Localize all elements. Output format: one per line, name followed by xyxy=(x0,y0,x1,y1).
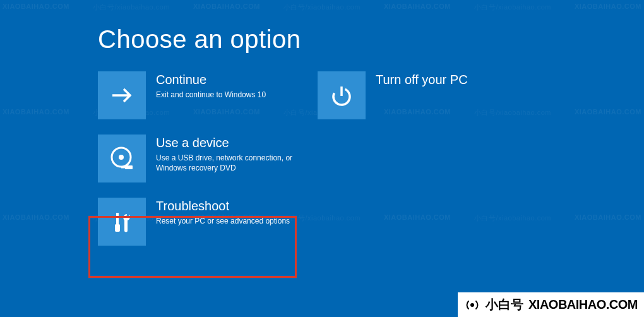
tools-icon xyxy=(98,198,146,246)
svg-rect-3 xyxy=(121,167,125,169)
tile-desc: Reset your PC or see advanced options xyxy=(156,216,290,226)
tile-title: Continue xyxy=(156,73,266,87)
tile-continue[interactable]: Continue Exit and continue to Windows 10 xyxy=(98,71,300,119)
svg-rect-5 xyxy=(115,224,120,232)
power-icon xyxy=(318,71,366,119)
tile-title: Use a device xyxy=(156,136,295,150)
tile-desc: Exit and continue to Windows 10 xyxy=(156,90,266,100)
badge-url: XIAOBAIHAO.COM xyxy=(528,297,638,312)
badge-brand: 小白号 xyxy=(486,296,523,313)
tile-desc: Use a USB drive, network connection, or … xyxy=(156,153,295,173)
arrow-right-icon xyxy=(98,71,146,119)
svg-point-1 xyxy=(119,155,124,160)
disc-icon xyxy=(98,135,146,182)
svg-rect-4 xyxy=(116,213,119,224)
wifi-dot-icon xyxy=(464,297,480,313)
svg-point-8 xyxy=(470,303,474,307)
page-title: Choose an option xyxy=(98,25,644,54)
tile-use-device[interactable]: Use a device Use a USB drive, network co… xyxy=(98,135,300,182)
source-badge: 小白号 XIAOBAIHAO.COM xyxy=(458,292,644,317)
tile-turn-off[interactable]: Turn off your PC xyxy=(318,71,520,119)
svg-rect-2 xyxy=(125,165,133,169)
tile-troubleshoot[interactable]: Troubleshoot Reset your PC or see advanc… xyxy=(98,198,300,246)
tile-title: Turn off your PC xyxy=(376,73,468,87)
tile-title: Troubleshoot xyxy=(156,199,290,213)
